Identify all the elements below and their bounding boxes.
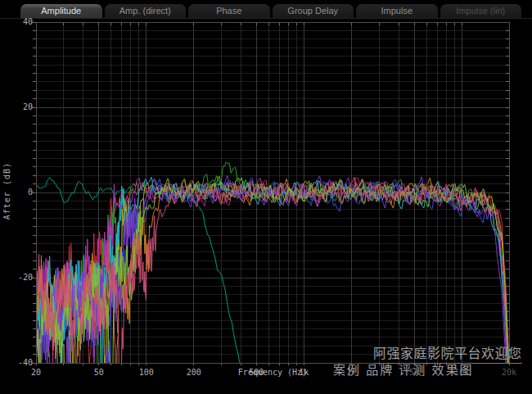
- frequency-response-plot[interactable]: [0, 0, 532, 394]
- x-tick-label: 20: [18, 368, 54, 377]
- x-tick-label: 50: [81, 368, 117, 377]
- x-tick-label: 1k: [286, 368, 322, 377]
- y-tick-label: -40: [10, 358, 33, 367]
- x-tick-label: 500: [238, 368, 274, 377]
- x-tick-label: 200: [176, 368, 212, 377]
- x-tick-label: 20k: [491, 368, 527, 377]
- x-tick-label: 100: [128, 368, 165, 377]
- y-tick-label: 40: [10, 17, 33, 26]
- y-tick-label: 20: [10, 102, 33, 111]
- measurement-app-window: Amplitude Amp. (direct) Phase Group Dela…: [0, 0, 532, 394]
- watermark-line-2: 案例 品牌 评测 效果图: [333, 360, 474, 378]
- y-tick-label: -20: [10, 273, 33, 282]
- y-tick-label: 0: [10, 188, 33, 197]
